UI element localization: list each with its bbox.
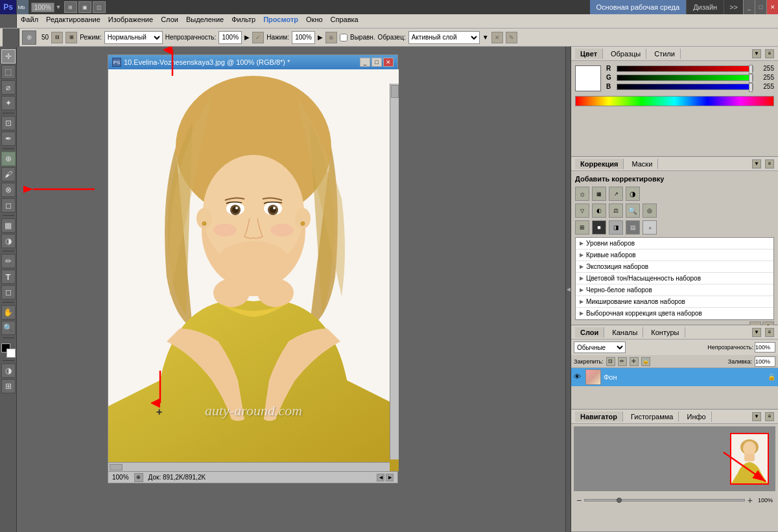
sample-select[interactable]: Активный слой xyxy=(408,31,480,44)
doc-minimize-button[interactable]: _ xyxy=(360,58,370,67)
menu-edit[interactable]: Редактирование xyxy=(42,14,104,28)
hand-tool[interactable]: ✋ xyxy=(1,305,16,319)
opacity-arrow[interactable]: ▶ xyxy=(244,34,250,41)
menu-file[interactable]: Файл xyxy=(17,14,42,28)
marquee-tool[interactable]: ⬚ xyxy=(1,65,16,79)
options-icon2[interactable]: ⊞ xyxy=(65,32,77,43)
opacity-input[interactable] xyxy=(218,31,242,44)
menu-layers[interactable]: Слои xyxy=(157,14,182,28)
options-check-icon[interactable]: ✓ xyxy=(252,32,264,43)
tab-samples[interactable]: Образцы xyxy=(606,49,646,59)
menu-help[interactable]: Справка xyxy=(327,14,362,28)
hue-sat-icon[interactable]: ◐ xyxy=(592,203,606,218)
green-slider[interactable] xyxy=(617,75,753,81)
invert-icon[interactable]: ◨ xyxy=(609,220,623,235)
shape-tool[interactable]: ◻ xyxy=(1,285,16,299)
fill-input[interactable] xyxy=(755,356,775,367)
doc-status-icon[interactable]: ⊕ xyxy=(134,473,143,482)
tab-correction[interactable]: Коррекция xyxy=(575,159,624,169)
layers-panel-menu[interactable]: ≡ xyxy=(765,328,774,337)
adj-bw[interactable]: ▶ Черно-белое наборов xyxy=(576,284,773,296)
menu-view[interactable]: Просмотр xyxy=(259,14,302,28)
tab-info[interactable]: Инфо xyxy=(681,411,711,422)
adj-exposure[interactable]: ▶ Экспозиция наборов xyxy=(576,261,773,273)
adj-channelmix[interactable]: ▶ Микширование каналов наборов xyxy=(576,296,773,308)
options-icon1[interactable]: ⊟ xyxy=(51,32,63,43)
mode-select[interactable]: Нормальный xyxy=(104,31,163,44)
doc-next-button[interactable]: ▶ xyxy=(386,474,394,481)
close-app-button[interactable]: ✕ xyxy=(766,0,778,14)
poster-icon[interactable]: ▤ xyxy=(626,220,640,235)
color-swatch-main[interactable] xyxy=(575,65,601,91)
adj-huesat[interactable]: ▶ Цветовой тон/Насыщенность наборов xyxy=(576,273,773,284)
layout-icon[interactable]: ◫ xyxy=(93,1,106,13)
options-close-icon[interactable]: ✕ xyxy=(491,32,503,43)
lock-transparent-icon[interactable]: ⊡ xyxy=(606,357,615,366)
eyedropper-tool[interactable]: ✒ xyxy=(1,132,16,146)
pressure-arrow[interactable]: ▶ xyxy=(318,34,323,41)
levels-icon[interactable]: ▦ xyxy=(592,187,606,201)
restore-app-button[interactable]: □ xyxy=(755,0,766,14)
color-panel-collapse[interactable]: ▼ xyxy=(752,49,761,58)
vertical-scrollbar[interactable] xyxy=(390,84,399,459)
doc-close-button[interactable]: ✕ xyxy=(383,58,394,67)
color-spectrum[interactable] xyxy=(575,96,774,106)
dodge-tool[interactable]: ◑ xyxy=(1,234,16,248)
lock-paint-icon[interactable]: ✏ xyxy=(618,357,627,366)
lock-move-icon[interactable]: ✛ xyxy=(630,357,639,366)
layers-panel-collapse[interactable]: ▼ xyxy=(752,328,761,337)
panel-icon[interactable]: ▣ xyxy=(78,1,91,13)
color-lookup-icon[interactable]: ■ xyxy=(592,220,606,235)
sample-arrow[interactable]: ▼ xyxy=(482,34,489,41)
zoom-in-button[interactable]: + xyxy=(748,495,753,505)
red-slider[interactable] xyxy=(617,65,753,72)
zoom-out-button[interactable]: − xyxy=(576,495,582,505)
menu-filter[interactable]: Фильтр xyxy=(228,14,259,28)
workspace-button[interactable]: Основная рабочая среда xyxy=(590,0,687,14)
clone-tool[interactable]: ⊗ xyxy=(1,183,16,197)
minimize-app-button[interactable]: _ xyxy=(743,0,755,14)
tab-paths[interactable]: Контуры xyxy=(646,327,685,338)
tab-color[interactable]: Цвет xyxy=(575,49,603,59)
align-checkbox[interactable] xyxy=(340,31,348,44)
photo-filter-icon[interactable]: ◎ xyxy=(642,203,657,218)
correction-panel-collapse[interactable]: ▼ xyxy=(752,159,761,168)
tab-channels[interactable]: Каналы xyxy=(607,327,643,338)
quick-mask-mode[interactable]: ◑ xyxy=(1,364,16,378)
tab-masks[interactable]: Маски xyxy=(626,159,658,169)
doc-restore-button[interactable]: □ xyxy=(371,58,382,67)
panels-collapse-strip[interactable]: ◀ xyxy=(565,47,571,532)
foreground-color-swatch[interactable] xyxy=(1,343,16,358)
threshold-icon[interactable]: ⬦ xyxy=(642,220,657,235)
tab-histogram[interactable]: Гистограмма xyxy=(626,411,679,422)
lock-all-icon[interactable]: 🔒 xyxy=(641,357,650,366)
zoom-slider[interactable] xyxy=(584,499,745,502)
correction-panel-menu[interactable]: ≡ xyxy=(765,159,774,168)
layer-visibility-icon[interactable]: 👁 xyxy=(574,373,583,382)
exposure-icon[interactable]: ◑ xyxy=(626,187,640,201)
adj-curves[interactable]: ▶ Кривые наборов xyxy=(576,249,773,261)
design-button[interactable]: Дизайн xyxy=(686,0,724,14)
menu-select[interactable]: Выделение xyxy=(182,14,228,28)
horizontal-scrollbar[interactable] xyxy=(108,462,390,471)
layer-item-background[interactable]: 👁 Фон 🔒 xyxy=(571,368,778,386)
grid-icon[interactable]: ⊞ xyxy=(64,1,77,13)
document-canvas[interactable]: auty-around.com + xyxy=(108,69,399,471)
brightness-icon[interactable]: ☼ xyxy=(575,187,589,201)
gradient-tool[interactable]: ▦ xyxy=(1,218,16,233)
eraser-tool[interactable]: ◻ xyxy=(1,198,16,213)
curves-icon[interactable]: ↗ xyxy=(609,187,623,201)
adj-levels[interactable]: ▶ Уровни наборов xyxy=(576,238,773,249)
healing-brush-tool[interactable]: ⊕ xyxy=(1,152,16,166)
pen-tool[interactable]: ✏ xyxy=(1,254,16,268)
pressure-input[interactable] xyxy=(292,31,315,44)
blue-slider[interactable] xyxy=(617,84,753,90)
more-workspaces-button[interactable]: >> xyxy=(724,0,743,14)
tab-styles[interactable]: Стили xyxy=(649,49,681,59)
zoom-tool[interactable]: 🔍 xyxy=(1,321,16,335)
doc-prev-button[interactable]: ◀ xyxy=(377,474,384,481)
crop-tool[interactable]: ⊡ xyxy=(1,116,16,130)
options-edit-icon[interactable]: ✎ xyxy=(506,32,517,43)
brush-tool[interactable]: 🖌 xyxy=(1,167,16,181)
channel-mixer-icon[interactable]: ⊞ xyxy=(575,220,589,235)
